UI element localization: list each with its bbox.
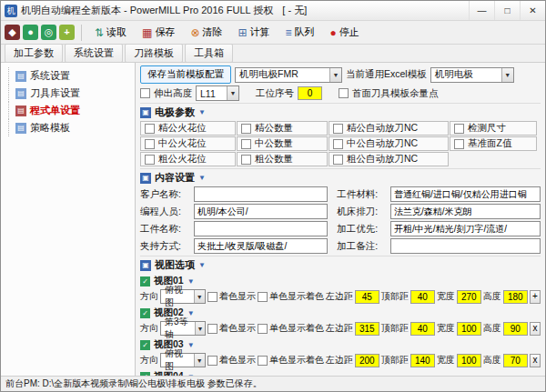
fine-qty-cell[interactable]: 精公数量 <box>237 121 328 136</box>
view01-top-input[interactable] <box>410 290 435 304</box>
view01-left-input[interactable] <box>355 290 379 304</box>
view02-header[interactable]: 视图02 <box>140 307 541 319</box>
calculate-button[interactable]: ⊞ 计算 <box>231 23 276 42</box>
view02-width-input[interactable] <box>457 322 481 336</box>
shaded-label: 着色显示 <box>219 290 256 303</box>
tab-toolbox[interactable]: 工具箱 <box>185 44 233 63</box>
window-title-suffix: [ - 无] <box>282 4 307 17</box>
check-size-cell[interactable]: 检测尺寸 <box>450 121 537 136</box>
view01-shaded-checkbox[interactable] <box>207 292 217 302</box>
minimize-button[interactable]: — <box>469 1 494 20</box>
shaded-label: 着色显示 <box>219 322 256 335</box>
checkbox[interactable] <box>145 124 155 134</box>
form-row: 编程人员: 机床排刀: <box>140 204 541 219</box>
machine-input[interactable] <box>390 204 541 219</box>
first-face-checkbox[interactable] <box>339 88 349 98</box>
view01-height-input[interactable] <box>503 290 528 304</box>
extend-height-checkbox[interactable] <box>140 88 150 98</box>
remove-view-button[interactable]: x <box>530 322 541 336</box>
mid-auto-nc-cell[interactable]: 中公自动放刀NC <box>329 136 449 151</box>
programmer-input[interactable] <box>194 204 328 219</box>
sidebar-item-system-settings[interactable]: ▤ 系统设置 <box>5 67 131 85</box>
close-button[interactable]: ✕ <box>520 1 545 20</box>
template-row: 保存当前模板配置 机明电极FMR ▼ 当前通用Excel模板 机明电极 ▼ <box>140 65 541 84</box>
view02-direction-select[interactable]: 第3等轴 ▼ <box>160 321 206 336</box>
view02-shaded-checkbox[interactable] <box>207 324 217 334</box>
view02-mono-checkbox[interactable] <box>258 324 268 334</box>
status-text: 前台PM: D:\全新版本视频录制\铜公电极\排板电极 参数已保存。 <box>5 377 262 390</box>
view01-header[interactable]: 视图01 <box>140 275 541 287</box>
checkbox[interactable] <box>145 139 155 149</box>
tab-machining-params[interactable]: 加工参数 <box>5 44 63 63</box>
view03-mono-checkbox[interactable] <box>258 356 268 366</box>
chevron-down-icon[interactable] <box>198 108 206 116</box>
add-view-button[interactable]: + <box>530 290 541 304</box>
clear-button[interactable]: ⊗ 清除 <box>184 23 228 42</box>
app-icon: 机 <box>5 5 17 17</box>
clamping-method-input[interactable] <box>194 238 328 254</box>
workpiece-name-input[interactable] <box>194 221 328 236</box>
rough-qty-cell[interactable]: 粗公数量 <box>237 152 328 166</box>
checkbox[interactable] <box>241 139 251 149</box>
station-number-input[interactable] <box>298 86 322 100</box>
view03-shaded-checkbox[interactable] <box>207 356 217 366</box>
workpiece-material-input[interactable] <box>390 186 541 202</box>
maximize-button[interactable]: □ <box>494 1 520 20</box>
app-logo-icon[interactable]: ◆ <box>5 25 20 40</box>
target-icon[interactable]: ◎ <box>41 25 56 40</box>
sidebar: ▤ 系统设置 ▤ 刀具库设置 ▤ 程式单设置 ▤ 策略模板 <box>1 63 136 376</box>
electrode-grid-row: 精公火花位 精公数量 精公自动放刀NC 检测尺寸 <box>140 121 541 136</box>
customer-name-input[interactable] <box>194 186 328 202</box>
view03-top-input[interactable] <box>410 354 435 367</box>
checkbox[interactable] <box>333 139 343 149</box>
save-template-config-button[interactable]: 保存当前模板配置 <box>140 65 231 84</box>
left-margin-label: 左边距 <box>326 322 353 335</box>
machining-priority-input[interactable] <box>390 221 541 236</box>
mid-spark-gap-cell[interactable]: 中公火花位 <box>140 136 236 151</box>
view01-mono-checkbox[interactable] <box>258 292 268 302</box>
checkbox[interactable] <box>454 139 464 149</box>
view01-width-input[interactable] <box>457 290 481 304</box>
view03-height-input[interactable] <box>503 354 528 367</box>
clear-icon: ⊗ <box>190 27 199 38</box>
fine-auto-nc-cell[interactable]: 精公自动放刀NC <box>329 121 449 136</box>
remove-view-button[interactable]: x <box>530 354 541 367</box>
read-button[interactable]: ⇅ 读取 <box>88 23 133 42</box>
view03-direction-select[interactable]: 俯视图 ▼ <box>160 353 206 367</box>
record-icon[interactable]: ● <box>23 25 38 40</box>
datum-z-cell[interactable]: 基准面Z值 <box>450 136 537 151</box>
chevron-down-icon: ▼ <box>194 354 205 367</box>
checkbox[interactable] <box>454 124 464 134</box>
chevron-down-icon[interactable] <box>198 261 206 269</box>
sidebar-item-strategy-template[interactable]: ▤ 策略模板 <box>5 119 131 136</box>
view02-left-input[interactable] <box>355 322 379 336</box>
checkbox[interactable] <box>241 124 251 134</box>
view02-height-input[interactable] <box>503 322 528 336</box>
view03-width-input[interactable] <box>457 354 481 367</box>
fine-spark-gap-cell[interactable]: 精公火花位 <box>140 121 236 136</box>
extend-height-select[interactable]: L11 ▼ <box>196 85 239 101</box>
tab-system-settings[interactable]: 系统设置 <box>65 44 123 63</box>
add-icon[interactable]: + <box>59 25 75 40</box>
checkbox[interactable] <box>145 155 155 165</box>
view03-header[interactable]: 视图03 <box>140 338 541 351</box>
save-button[interactable]: ▦ 保存 <box>136 23 181 42</box>
view01-direction-select[interactable]: 俯视图 ▼ <box>160 289 206 304</box>
machining-note-input[interactable] <box>390 238 541 254</box>
sidebar-item-tool-library[interactable]: ▤ 刀具库设置 <box>5 85 131 102</box>
sidebar-item-program-sheet[interactable]: ▤ 程式单设置 <box>5 102 131 119</box>
stop-button[interactable]: ● 停止 <box>324 23 366 42</box>
checkbox[interactable] <box>333 124 343 134</box>
checkbox[interactable] <box>333 155 343 165</box>
rough-auto-nc-cell[interactable]: 粗公自动放刀NC <box>329 152 449 166</box>
tab-toolpath-template[interactable]: 刀路模板 <box>125 44 183 63</box>
excel-template-select[interactable]: 机明电极 ▼ <box>430 67 514 83</box>
chevron-down-icon[interactable] <box>198 174 206 182</box>
queue-button[interactable]: ≡ 队列 <box>279 23 321 42</box>
view02-top-input[interactable] <box>410 322 435 336</box>
mid-qty-cell[interactable]: 中公数量 <box>237 136 328 151</box>
template-select[interactable]: 机明电极FMR ▼ <box>235 67 342 83</box>
rough-spark-gap-cell[interactable]: 粗公火花位 <box>140 152 236 166</box>
view03-left-input[interactable] <box>355 354 379 367</box>
checkbox[interactable] <box>241 155 251 165</box>
